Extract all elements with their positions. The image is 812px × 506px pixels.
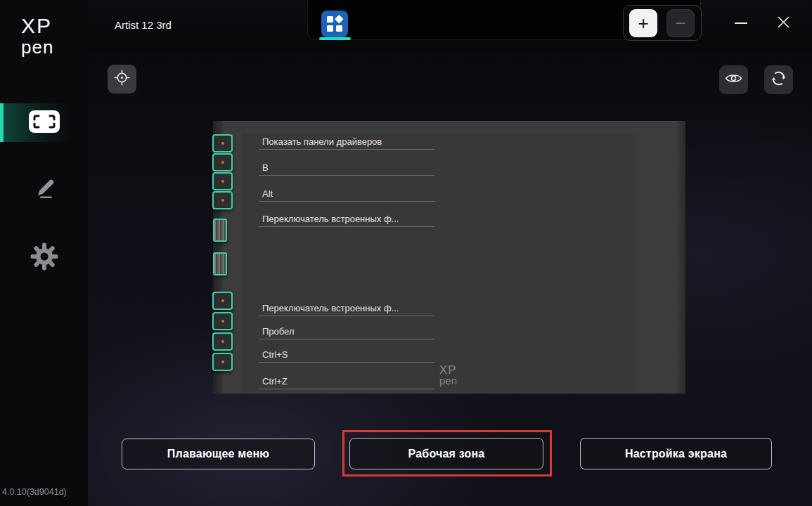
key-dot-icon	[221, 180, 224, 183]
shortcut-key-3[interactable]	[212, 172, 233, 190]
key-binding-row[interactable]: Переключатель встроенных ф...	[259, 301, 434, 316]
xppen-driver-window: XP pen	[0, 0, 812, 506]
key-dot-icon	[221, 340, 224, 343]
preview-keys-button[interactable]	[719, 65, 748, 94]
key-dot-icon	[221, 299, 224, 302]
device-tab[interactable]	[321, 11, 348, 37]
key-dot-icon	[221, 320, 224, 323]
close-icon	[778, 16, 790, 31]
key-binding-row[interactable]: Ctrl+Z	[259, 375, 434, 389]
active-tab-indicator	[319, 37, 351, 40]
key-dot-icon	[221, 361, 224, 363]
key-binding-row[interactable]: Переключатель встроенных ф...	[259, 212, 434, 227]
watermark-line2: pen	[439, 376, 457, 386]
key-binding-row[interactable]: Ctrl+S	[259, 348, 434, 363]
work-area-button[interactable]: Рабочая зона	[349, 438, 543, 469]
roller-2[interactable]	[213, 252, 227, 275]
floating-menu-button[interactable]: Плавающее меню	[122, 439, 315, 469]
shortcut-key-7[interactable]	[212, 332, 233, 351]
work-area-icon	[28, 110, 60, 136]
key-dot-icon	[221, 199, 224, 202]
refresh-button[interactable]	[764, 65, 793, 94]
locate-tablet-button[interactable]	[108, 65, 136, 93]
pen-icon	[30, 174, 58, 205]
key-binding-row[interactable]: Alt	[259, 187, 434, 202]
device-name: Artist 12 3rd	[115, 19, 172, 31]
shortcut-key-5[interactable]	[212, 292, 233, 310]
xppen-watermark: XP pen	[439, 365, 457, 386]
key-binding-row[interactable]: B	[259, 161, 434, 176]
display-setting-button[interactable]: Настройка экрана	[580, 438, 772, 469]
gear-icon	[30, 242, 59, 274]
refresh-icon	[771, 70, 787, 89]
key-binding-row[interactable]: Пробел	[259, 325, 434, 339]
sidebar-item-pen[interactable]	[0, 172, 88, 207]
shortcut-key-6[interactable]	[212, 312, 233, 330]
sidebar-item-settings[interactable]	[0, 240, 88, 275]
shortcut-key-4[interactable]	[212, 191, 233, 209]
roller-1[interactable]	[213, 219, 227, 242]
shortcut-key-1[interactable]	[212, 134, 233, 153]
key-dot-icon	[221, 142, 224, 145]
eye-icon	[725, 72, 742, 87]
logo-line2: pen	[21, 38, 53, 56]
remove-device-button[interactable]: −	[666, 9, 695, 37]
driver-version: 4.0.10(3d9041d)	[2, 487, 67, 497]
crosshair-icon	[114, 70, 130, 89]
shortcut-key-2[interactable]	[212, 153, 233, 171]
minimize-button[interactable]	[728, 15, 754, 31]
key-dot-icon	[221, 161, 224, 164]
sidebar-item-work-area[interactable]	[0, 105, 88, 141]
logo-line1: XP	[21, 15, 53, 37]
add-device-button[interactable]: +	[629, 9, 657, 37]
key-binding-row[interactable]: Показать панели драйверов	[259, 135, 434, 150]
xppen-logo: XP pen	[21, 15, 53, 56]
close-button[interactable]	[771, 11, 796, 35]
tablet-right-edge	[677, 121, 685, 394]
minimize-icon	[735, 22, 747, 24]
shortcut-key-8[interactable]	[212, 353, 233, 371]
